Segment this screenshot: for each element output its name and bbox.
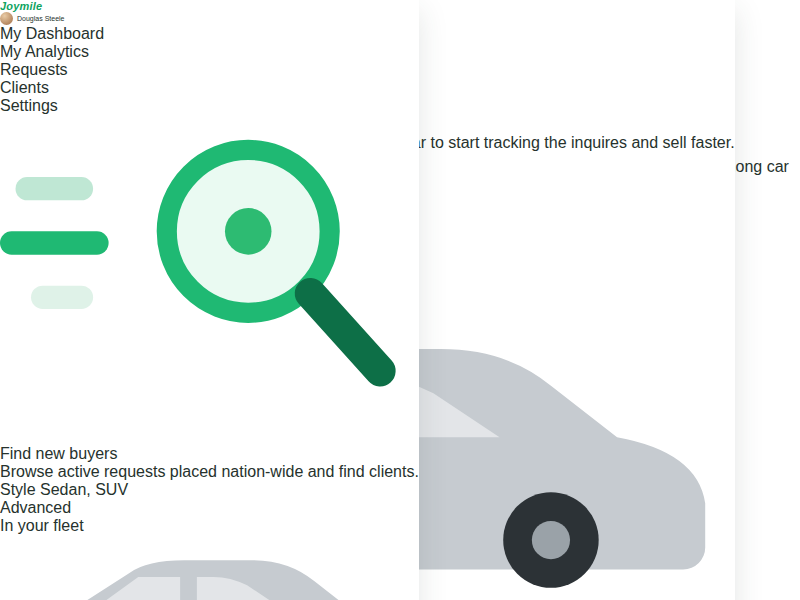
design-collage: Joymile Douglas Steele My Dashboard My A… <box>0 0 800 600</box>
sidebar-item-analytics[interactable]: My Analytics <box>0 43 419 61</box>
joymile-logo: Joymile <box>0 0 419 12</box>
sidebar-item-dashboard[interactable]: My Dashboard <box>0 25 419 43</box>
sidebar-item-clients[interactable]: Clients <box>0 79 419 97</box>
sidebar-item-settings[interactable]: Settings <box>0 97 419 115</box>
sidebar: My Dashboard My Analytics Requests Clien… <box>0 25 419 115</box>
find-buyers-body: Browse active requests placed nation-wid… <box>0 463 419 481</box>
fleet-vehicle-card[interactable]: Skoda Kodiaq HIGH DEMAND <box>0 535 419 600</box>
advanced-button[interactable]: Advanced <box>0 499 71 516</box>
style-select[interactable]: Style Sedan, SUV <box>0 481 419 499</box>
panel-find-buyers: Joymile Douglas Steele My Dashboard My A… <box>0 0 419 600</box>
avatar <box>0 12 13 25</box>
vehicle-image <box>0 535 419 600</box>
user-menu[interactable]: Douglas Steele <box>0 12 419 25</box>
sidebar-item-requests[interactable]: Requests <box>0 61 419 79</box>
in-your-fleet-label: In your fleet <box>0 517 419 535</box>
find-buyers-title: Find new buyers <box>0 445 419 463</box>
magnifier-illustration <box>0 115 419 441</box>
user-name: Douglas Steele <box>17 15 64 22</box>
